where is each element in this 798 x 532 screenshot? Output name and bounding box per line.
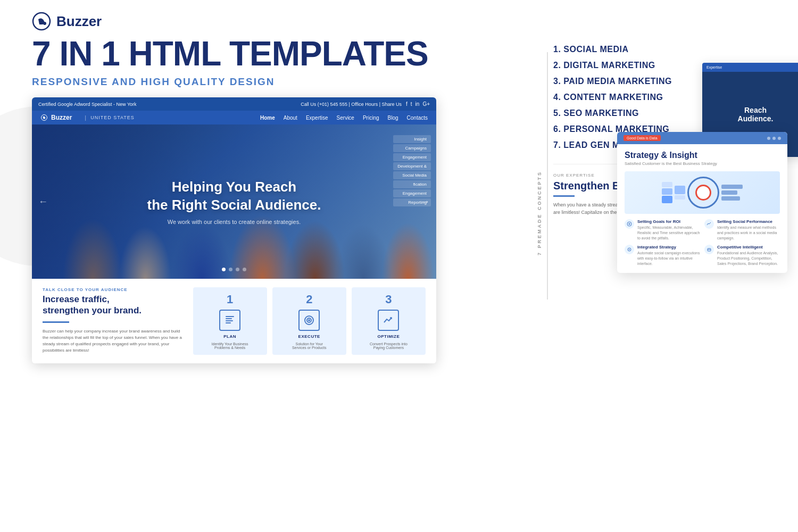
browser-bar-right-text: Call Us (+01) 545 555 | Office Hours | S… xyxy=(222,102,402,107)
browser-bar-left-text: Certified Google Adword Specialist - New… xyxy=(38,102,218,107)
second-mock-nav-bar: Expertise xyxy=(702,63,798,72)
header: Buzzer xyxy=(0,0,798,36)
strategy-nav-dots xyxy=(767,137,781,140)
card-optimize-number: 3 xyxy=(385,293,392,306)
right-section: 7 PREMADE CONCEPTS 1. SOCIAL MEDIA 2. DI… xyxy=(532,36,766,363)
sidebar-engagement: Engagement xyxy=(393,153,431,161)
nav-link-blog[interactable]: Blog xyxy=(388,115,398,121)
bottom-cards: 1 PLAN Identify Your BusinessProblems & … xyxy=(193,287,426,355)
card-plan: 1 PLAN Identify Your BusinessProblems & … xyxy=(193,287,267,355)
strat-icon-competitive xyxy=(704,245,714,254)
hero-dot-2[interactable] xyxy=(229,268,232,271)
nav-link-home[interactable]: Home xyxy=(260,115,275,121)
bottom-text: Buzzer can help your company increase yo… xyxy=(43,328,182,354)
strategy-card-body: Strategy & Insight Satisfied Customer is… xyxy=(617,144,787,273)
hero-title: Helping You Reachthe Right Social Audien… xyxy=(147,178,321,214)
browser-mockup: Certified Google Adword Specialist - New… xyxy=(32,97,436,363)
main-headline: 7 IN 1 HTML TEMPLATES xyxy=(32,36,511,72)
linkedin-icon: in xyxy=(415,101,420,107)
card-execute: 2 EXECUTE Solution for YourServices or P… xyxy=(272,287,346,355)
strat-inner-circle xyxy=(695,185,711,201)
nav-link-about[interactable]: About xyxy=(284,115,297,121)
browser-top-bar: Certified Google Adword Specialist - New… xyxy=(32,97,436,111)
logo-text: Buzzer xyxy=(56,13,102,30)
strat-item-2-text: Setting Social Performance Identify and … xyxy=(717,219,780,240)
strat-item-1-desc: Specific, Measurable, Achievable, Realis… xyxy=(637,225,700,240)
hero-arrow-left[interactable]: ← xyxy=(38,196,48,207)
left-section: 7 IN 1 HTML TEMPLATES RESPONSIVE AND HIG… xyxy=(32,36,511,363)
strategy-title: Strategy & Insight xyxy=(625,151,780,160)
sub-headline: RESPONSIVE AND HIGH QUALITY DESIGN xyxy=(32,76,511,88)
bottom-label: TALK CLOSE TO YOUR AUDIENCE xyxy=(43,287,182,292)
strat-box-1 xyxy=(721,185,743,189)
card-optimize-sublabel: Convert Prospects intoPaying Customers xyxy=(370,342,408,350)
brand-underline xyxy=(553,195,575,197)
card-plan-number: 1 xyxy=(227,293,233,306)
strat-item-1: Setting Goals for ROI Specific, Measurab… xyxy=(625,219,700,240)
menu-item-1[interactable]: 1. SOCIAL MEDIA xyxy=(553,41,766,57)
social-icons: f t in G+ xyxy=(406,101,430,107)
bottom-heading: Increase traffic,strengthen your brand. xyxy=(43,294,182,316)
execute-icon xyxy=(303,314,315,327)
svg-rect-3 xyxy=(226,316,234,317)
svg-point-1 xyxy=(43,22,46,25)
strat-icon-roi xyxy=(625,219,634,229)
card-optimize: 3 OPTIMIZE Convert Prospects intoPaying … xyxy=(352,287,426,355)
vertical-premade-text: 7 PREMADE CONCEPTS xyxy=(537,171,542,255)
strat-item-4-text: Competitive Intelligent Foundational and… xyxy=(717,245,780,266)
card-plan-label: PLAN xyxy=(223,334,236,339)
second-mock-hero-text: ReachAudience. xyxy=(738,106,774,123)
strat-item-2-desc: Identify and measure what methods and pr… xyxy=(717,225,780,240)
strat-icon-integrated xyxy=(625,245,634,254)
card-execute-number: 2 xyxy=(306,293,312,306)
bottom-left-content: TALK CLOSE TO YOUR AUDIENCE Increase tra… xyxy=(43,287,182,355)
main-content: 7 IN 1 HTML TEMPLATES RESPONSIVE AND HIG… xyxy=(0,36,798,363)
sidebar-fication: fication xyxy=(393,180,431,188)
nav-logo: Buzzer xyxy=(40,114,72,121)
svg-rect-4 xyxy=(226,318,232,319)
roi-icon xyxy=(627,221,632,227)
twitter-icon: t xyxy=(411,101,412,107)
social-perf-icon xyxy=(706,221,712,227)
nav-link-service[interactable]: Service xyxy=(337,115,354,121)
nav-link-contacts[interactable]: Contacts xyxy=(407,115,428,121)
optimize-icon xyxy=(382,314,395,327)
strat-box-2 xyxy=(721,190,737,195)
nav-link-expertise[interactable]: Expertise xyxy=(306,115,328,121)
browser-bottom: TALK CLOSE TO YOUR AUDIENCE Increase tra… xyxy=(32,279,436,363)
nav-logo-icon xyxy=(40,114,48,121)
nav-logo-text: Buzzer xyxy=(51,114,72,121)
card-execute-label: EXECUTE xyxy=(298,334,320,339)
nav-country: UNITED STATES xyxy=(90,115,135,120)
hero-dot-3[interactable] xyxy=(236,268,239,271)
card-plan-sublabel: Identify Your BusinessProblems & Needs xyxy=(212,342,248,350)
second-mock-expertise-link: Expertise xyxy=(706,65,722,69)
strat-circle-diagram xyxy=(687,177,719,209)
strategy-badge: Good Data is Data xyxy=(624,135,661,141)
browser-nav: Buzzer | UNITED STATES Home About Expert… xyxy=(32,111,436,124)
sidebar-development: Development & xyxy=(393,162,431,170)
integrated-icon xyxy=(627,247,632,252)
plan-icon xyxy=(223,314,236,327)
sidebar-media: Social Media xyxy=(393,171,431,179)
nav-links: Home About Expertise Service Pricing Blo… xyxy=(260,115,428,121)
strat-item-2-title: Setting Social Performance xyxy=(717,219,780,224)
hero-dot-4[interactable] xyxy=(243,268,246,271)
hero-sidebar: Insight Campaigns Engagement Development… xyxy=(393,135,431,206)
strat-item-4: Competitive Intelligent Foundational and… xyxy=(704,245,780,266)
menu-vertical-divider xyxy=(547,52,548,300)
sidebar-campaigns: Campaigns xyxy=(393,144,431,152)
hero-dot-1[interactable] xyxy=(222,268,226,271)
strat-dot-2 xyxy=(772,137,776,140)
svg-rect-5 xyxy=(226,320,233,321)
competitive-icon xyxy=(706,247,712,252)
nav-divider: | xyxy=(85,114,86,121)
strat-item-1-text: Setting Goals for ROI Specific, Measurab… xyxy=(637,219,700,240)
strat-box-3 xyxy=(721,196,740,201)
nav-link-pricing[interactable]: Pricing xyxy=(363,115,379,121)
strategy-grid: Setting Goals for ROI Specific, Measurab… xyxy=(625,219,780,267)
strat-icon-social xyxy=(704,219,714,229)
strat-item-3-text: Integrated Strategy Automate social camp… xyxy=(637,245,700,266)
strat-item-2: Setting Social Performance Identify and … xyxy=(704,219,780,240)
strategy-subtitle: Satisfied Customer is the Best Business … xyxy=(625,161,780,166)
